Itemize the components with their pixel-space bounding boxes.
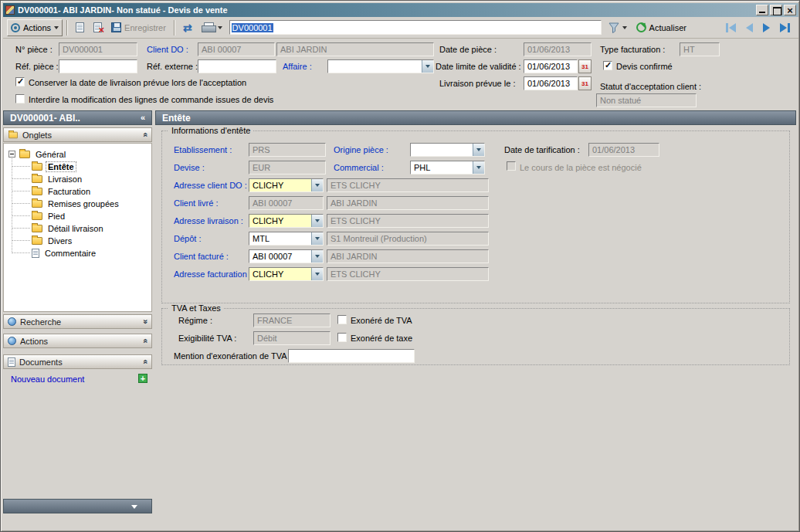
devis-confirme-checkbox[interactable] [603, 61, 612, 70]
document-reference-input[interactable]: DV000001 [229, 20, 602, 35]
close-icon[interactable] [784, 5, 796, 15]
dropdown-arrow-icon[interactable] [422, 60, 433, 73]
refresh-button[interactable]: Actualiser [632, 19, 690, 36]
calendar-icon[interactable]: 31 [578, 76, 592, 90]
regime-label: Régime : [178, 316, 212, 325]
add-document-icon[interactable] [138, 374, 147, 383]
adresse-facturation-combo[interactable]: CLICHY [249, 267, 324, 281]
actions-label: Actions [23, 23, 51, 32]
devise-label[interactable]: Devise : [174, 163, 205, 172]
actions-menu-button[interactable]: Actions [7, 19, 63, 36]
origine-piece-label[interactable]: Origine pièce : [334, 145, 388, 154]
interdire-modification-checkbox[interactable] [15, 94, 25, 103]
expand-panel-icon[interactable] [141, 319, 149, 324]
tree-item-entete[interactable]: Entête [32, 161, 76, 172]
dropdown-arrow-icon[interactable] [311, 250, 323, 263]
window-controls [756, 5, 796, 15]
tree-item-detail-livraison[interactable]: Détail livraison [32, 222, 105, 234]
client-do-label[interactable]: Client DO : [147, 45, 188, 54]
collapse-panel-icon[interactable] [141, 359, 149, 364]
ref-externe-input[interactable] [198, 59, 276, 73]
dropdown-arrow-icon[interactable] [311, 232, 323, 245]
commercial-combo[interactable]: PHL [410, 161, 485, 175]
dropdown-arrow-icon[interactable] [473, 161, 484, 174]
affaire-combo[interactable] [327, 59, 434, 73]
exonere-taxe-checkbox[interactable] [337, 333, 347, 342]
collapse-sidebar-icon[interactable] [141, 114, 145, 122]
interdire-modification-label: Interdire la modification des lignes de … [29, 95, 273, 104]
dropdown-arrow-icon[interactable] [473, 144, 484, 156]
refresh-label: Actualiser [649, 23, 686, 32]
search-panel-icon [8, 317, 16, 326]
main-content: Informations d'entête Etablissement : PR… [155, 125, 796, 520]
conserver-date-checkbox[interactable] [15, 77, 25, 86]
chevron-down-icon [54, 26, 59, 29]
client-livre-label[interactable]: Client livré : [174, 198, 218, 208]
date-limite-input[interactable]: 01/06/2013 [524, 59, 578, 73]
adresse-facturation-label[interactable]: Adresse facturation : [174, 269, 252, 279]
tree-item-pied[interactable]: Pied [32, 210, 66, 222]
maximize-icon[interactable] [770, 5, 782, 15]
etablissement-field: PRS [249, 143, 326, 157]
new-document-button[interactable] [72, 19, 88, 36]
nouveau-document-link[interactable]: Nouveau document [11, 374, 84, 384]
panel-documents[interactable]: Documents [3, 354, 152, 369]
client-facture-label[interactable]: Client facturé : [174, 252, 229, 261]
origine-piece-combo[interactable] [410, 143, 485, 157]
ref-piece-input[interactable] [59, 59, 137, 73]
first-record-icon[interactable] [726, 23, 736, 32]
delete-button[interactable] [90, 19, 106, 36]
next-record-icon[interactable] [763, 23, 770, 32]
filter-button[interactable] [605, 19, 631, 36]
save-button[interactable]: Enregistrer [107, 19, 170, 36]
adresse-livraison-combo[interactable]: CLICHY [249, 214, 324, 228]
dropdown-arrow-icon[interactable] [311, 179, 323, 191]
tree-item-divers[interactable]: Divers [32, 235, 73, 246]
panel-onglets[interactable]: Onglets [3, 127, 152, 142]
tree-line [12, 166, 30, 167]
adresse-client-do-combo[interactable]: CLICHY [249, 178, 324, 192]
tree-item-facturation[interactable]: Facturation [32, 185, 92, 197]
tree-item-remises-groupees[interactable]: Remises groupées [32, 198, 120, 209]
adresse-client-do-value: CLICHY [253, 181, 283, 190]
adresse-livraison-label[interactable]: Adresse livraison : [174, 216, 243, 225]
save-icon [111, 22, 121, 32]
panel-actions[interactable]: Actions [3, 334, 152, 348]
client-livre-name-field: ABI JARDIN [327, 196, 489, 210]
client-facture-combo[interactable]: ABI 00007 [249, 249, 324, 263]
cours-negocie-checkbox [507, 161, 516, 171]
tree-item-general[interactable]: Général [19, 148, 67, 160]
depot-combo[interactable]: MTL [249, 232, 324, 246]
tree-line [12, 215, 30, 216]
print-button[interactable] [198, 19, 226, 36]
tree-item-livraison[interactable]: Livraison [32, 173, 83, 185]
toolbar-separator [66, 20, 68, 36]
document-icon [32, 249, 39, 258]
calendar-icon[interactable]: 31 [578, 59, 592, 73]
affaire-label[interactable]: Affaire : [283, 62, 312, 71]
panel-recherche[interactable]: Recherche [3, 314, 152, 329]
depot-label[interactable]: Dépôt : [174, 234, 201, 243]
tree-line [12, 191, 30, 191]
tree-item-commentaire[interactable]: Commentaire [32, 247, 97, 259]
depot-name-field: S1 Montreuil (Production) [327, 232, 489, 246]
previous-record-icon[interactable] [746, 23, 753, 32]
collapse-panel-icon[interactable] [141, 338, 149, 343]
adresse-client-do-label[interactable]: Adresse client DO : [174, 181, 247, 190]
link-button[interactable] [179, 19, 196, 36]
exonere-tva-checkbox[interactable] [337, 315, 347, 324]
collapse-panel-icon[interactable] [141, 132, 149, 137]
dropdown-arrow-icon[interactable] [311, 268, 323, 280]
client-facture-name-field: ABI JARDIN [327, 249, 489, 263]
exonere-tva-label: Exonéré de TVA [351, 316, 412, 325]
dropdown-arrow-icon[interactable] [311, 215, 323, 227]
mention-exoneration-input[interactable] [288, 349, 415, 363]
client-facture-value: ABI 00007 [253, 252, 292, 261]
etablissement-label[interactable]: Etablissement : [174, 145, 232, 154]
commercial-label[interactable]: Commercial : [334, 163, 384, 172]
livraison-prevue-input[interactable]: 01/06/2013 [524, 76, 578, 90]
tree-expander-general[interactable] [8, 151, 15, 158]
sidebar-bottom-bar[interactable] [3, 499, 152, 513]
minimize-icon[interactable] [756, 5, 768, 15]
last-record-icon[interactable] [780, 23, 790, 32]
